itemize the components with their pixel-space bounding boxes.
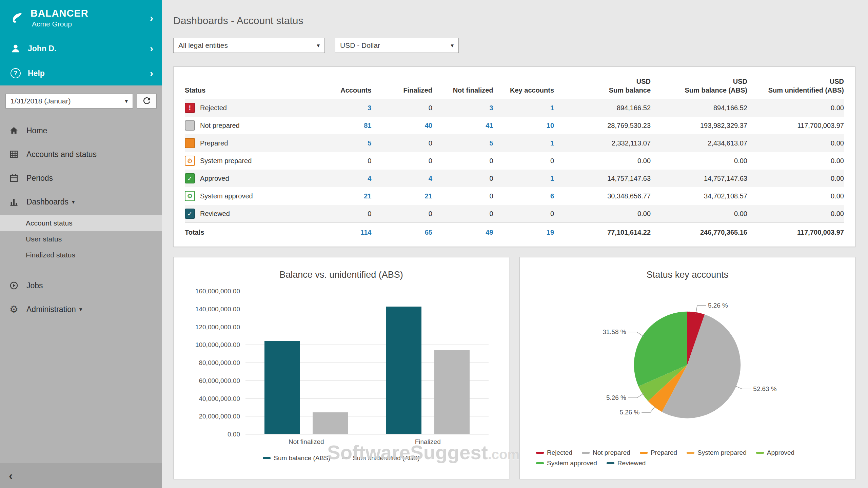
cell-finalized[interactable]: 40 [371, 117, 432, 134]
cell-finalized[interactable]: 4 [371, 170, 432, 187]
chevron-right-icon: › [150, 13, 153, 23]
pie-leader-line [628, 332, 644, 336]
legend-label: Prepared [651, 449, 677, 456]
period-select[interactable]: 1/31/2018 (Januar) ▾ [5, 94, 133, 109]
cell-finalized[interactable]: 21 [371, 187, 432, 205]
col-status: Status [185, 74, 311, 99]
legend-marker [263, 457, 271, 459]
charts-row: Balance vs. unidentified (ABS) 160,000,0… [173, 257, 855, 479]
main-content: Dashboards - Account status All legal en… [162, 0, 868, 488]
sidebar-item-jobs[interactable]: Jobs [0, 274, 162, 297]
cell-sum-balance: 2,332,113.07 [554, 134, 651, 152]
totals-key-accounts[interactable]: 19 [493, 223, 554, 238]
sidebar-item-home[interactable]: Home [0, 119, 162, 142]
pie-leader-line [696, 306, 706, 314]
bar-x-labels: Not finalizedFinalized [245, 434, 489, 446]
x-axis-label: Finalized [367, 434, 489, 446]
bar-groups [245, 291, 489, 434]
cell-not-finalized[interactable]: 3 [432, 99, 493, 117]
caret-down-icon: ▾ [451, 42, 454, 49]
currency-select[interactable]: USD - Dollar ▾ [335, 38, 459, 53]
cell-accounts[interactable]: 21 [311, 187, 372, 205]
pie-leader-line [642, 406, 655, 412]
legal-entity-select[interactable]: All legal entities ▾ [173, 38, 325, 53]
rejected-status-icon: ! [185, 103, 195, 113]
sidebar-collapse-button[interactable]: ‹ [0, 463, 162, 488]
sidebar-item-administration[interactable]: ⚙ Administration ▾ [0, 297, 162, 321]
col-sum-balance-abs: USDSum balance (ABS) [651, 74, 747, 99]
legend-item: System approved [536, 460, 597, 467]
status-cell: !Rejected [185, 99, 311, 117]
totals-accounts[interactable]: 114 [311, 223, 372, 238]
sidebar-item-label: Jobs [26, 281, 43, 290]
cell-not-finalized: 0 [432, 152, 493, 170]
y-axis-tick: 80,000,000.00 [199, 359, 240, 367]
cell-accounts[interactable]: 4 [311, 170, 372, 187]
totals-finalized[interactable]: 65 [371, 223, 432, 238]
legend-label: Not prepared [593, 449, 630, 456]
sidebar-item-label: Administration [26, 305, 76, 314]
caret-down-icon: ▾ [317, 42, 320, 49]
bar-chart-legend: Sum balance (ABS)Sum unidentified (ABS) [187, 454, 495, 462]
sidebar-item-accounts-and-status[interactable]: Accounts and status [0, 142, 162, 166]
table-row-system-prepared: ⚙System prepared00000.000.000.00 [185, 152, 844, 170]
sidebar-item-account-status[interactable]: Account status [0, 215, 162, 231]
status-table-body: !Rejected3031894,166.52894,166.520.00Not… [185, 99, 844, 223]
filter-bar: All legal entities ▾ USD - Dollar ▾ [173, 38, 855, 53]
system-approved-status-icon: ⚙ [185, 191, 195, 201]
legend-marker [756, 452, 764, 454]
cell-accounts: 0 [311, 152, 372, 170]
bar-sum-unidentified-abs-[interactable] [434, 350, 470, 434]
cell-not-finalized[interactable]: 41 [432, 117, 493, 134]
status-table-card: Status Accounts Finalized Not finalized … [173, 66, 855, 247]
cell-finalized: 0 [371, 99, 432, 117]
pie-slice-percentage: 52.63 % [753, 385, 777, 392]
not-prepared-status-icon [185, 120, 195, 131]
status-cell: ⚙System prepared [185, 152, 311, 170]
legend-item: Prepared [640, 449, 677, 456]
user-menu[interactable]: John D. › [0, 36, 162, 61]
cell-sum-unidentified-abs: 0.00 [747, 99, 844, 117]
status-label: Reviewed [200, 210, 230, 218]
refresh-button[interactable] [137, 94, 157, 109]
bar-sum-unidentified-abs-[interactable] [313, 412, 348, 434]
legend-marker [582, 452, 590, 454]
bar-sum-balance-abs-[interactable] [386, 307, 421, 434]
brand-header[interactable]: BALANCER Acme Group › [0, 0, 162, 36]
legend-label: Rejected [547, 449, 572, 456]
cell-key-accounts[interactable]: 1 [493, 99, 554, 117]
help-label: Help [28, 69, 45, 78]
pie-chart: 5.26 %52.63 %5.26 %5.26 %31.58 % [533, 291, 842, 444]
help-menu[interactable]: ? Help › [0, 61, 162, 85]
cell-finalized: 0 [371, 205, 432, 223]
cell-key-accounts[interactable]: 10 [493, 117, 554, 134]
col-sum-balance: USDSum balance [554, 74, 651, 99]
cell-accounts[interactable]: 3 [311, 99, 372, 117]
period-value: 1/31/2018 (Januar) [11, 97, 71, 105]
cell-sum-balance: 894,166.52 [554, 99, 651, 117]
y-axis-tick: 40,000,000.00 [199, 395, 240, 403]
cell-key-accounts[interactable]: 6 [493, 187, 554, 205]
table-row-rejected: !Rejected3031894,166.52894,166.520.00 [185, 99, 844, 117]
cell-not-finalized[interactable]: 5 [432, 134, 493, 152]
legend-marker [536, 452, 544, 454]
sidebar-item-dashboards[interactable]: Dashboards ▾ [0, 190, 162, 214]
cell-key-accounts[interactable]: 1 [493, 170, 554, 187]
sidebar-item-periods[interactable]: Periods [0, 166, 162, 190]
page-title: Dashboards - Account status [173, 15, 855, 26]
totals-not-finalized[interactable]: 49 [432, 223, 493, 238]
cell-sum-balance: 0.00 [554, 152, 651, 170]
cell-key-accounts[interactable]: 1 [493, 134, 554, 152]
sidebar-item-label: Dashboards [26, 197, 68, 207]
sidebar-item-finalized-status[interactable]: Finalized status [0, 247, 162, 263]
cell-accounts[interactable]: 81 [311, 117, 372, 134]
cell-accounts[interactable]: 5 [311, 134, 372, 152]
cell-finalized: 0 [371, 134, 432, 152]
bar-sum-balance-abs-[interactable] [264, 341, 300, 434]
legend-label: Sum balance (ABS) [274, 454, 330, 462]
chevron-right-icon: › [150, 43, 153, 54]
sidebar-item-user-status[interactable]: User status [0, 231, 162, 247]
chevron-left-icon: ‹ [9, 469, 13, 482]
bar-chart-card: Balance vs. unidentified (ABS) 160,000,0… [173, 257, 509, 479]
totals-sum-unidentified-abs: 117,700,003.97 [747, 223, 844, 238]
